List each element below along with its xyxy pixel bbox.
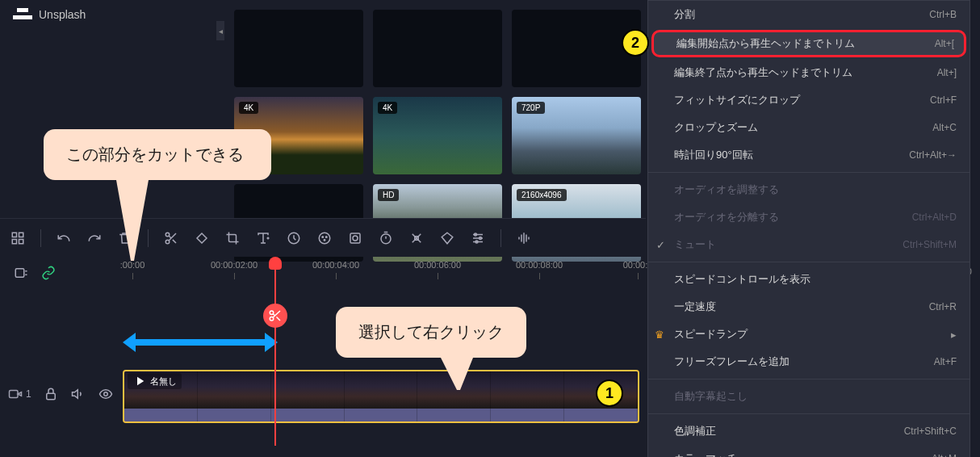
menu-uniform-speed[interactable]: 一定速度 Ctrl+R — [648, 293, 970, 321]
svg-point-12 — [326, 236, 328, 237]
toolbar-separator — [148, 229, 149, 247]
add-track-icon[interactable] — [13, 265, 29, 281]
menu-shortcut: Ctrl+Shift+M — [903, 239, 957, 250]
menu-shortcut: Ctrl+Alt+→ — [909, 149, 957, 161]
menu-shortcut: Ctrl+B — [929, 9, 957, 20]
svg-rect-1 — [19, 233, 23, 237]
svg-point-11 — [322, 236, 324, 237]
redo-icon[interactable] — [86, 230, 103, 246]
visibility-icon[interactable] — [98, 386, 114, 402]
menu-crop-fit[interactable]: フィットサイズにクロップ Ctrl+F — [648, 86, 970, 114]
color-icon[interactable] — [316, 230, 333, 246]
sidebar: Unsplash — [0, 0, 223, 218]
menu-show-speed-control[interactable]: スピードコントロールを表示 — [648, 266, 970, 293]
menu-add-freeze-frame[interactable]: フリーズフレームを追加 Alt+F — [648, 348, 970, 375]
menu-label: オーディオを調整する — [674, 182, 779, 197]
clip-thumbnails — [124, 371, 638, 421]
svg-line-7 — [173, 239, 176, 242]
badge-number: 2 — [631, 35, 639, 52]
svg-point-10 — [319, 233, 330, 244]
menu-rotate-90[interactable]: 時計回り90°回転 Ctrl+Alt+→ — [648, 141, 970, 169]
step-badge-2: 2 — [622, 29, 649, 57]
menu-label: 色調補正 — [674, 424, 716, 438]
svg-point-13 — [324, 239, 325, 241]
menu-separator — [648, 379, 970, 379]
lock-icon[interactable] — [43, 386, 59, 402]
annotation-callout: この部分をカットできる — [44, 129, 271, 180]
adjust-icon[interactable] — [470, 230, 486, 246]
clip-name: 名無し — [150, 375, 177, 388]
menu-shortcut: Alt+[ — [935, 38, 954, 49]
menu-split[interactable]: 分割 Ctrl+B — [648, 1, 970, 28]
menu-crop-zoom[interactable]: クロップとズーム Alt+C — [648, 114, 970, 141]
speed-icon[interactable] — [286, 230, 302, 246]
menu-trim-start-to-playhead[interactable]: 編集開始点から再生ヘッドまでトリム Alt+[ — [651, 30, 966, 57]
menu-mute: ✓ ミュート Ctrl+Shift+M — [648, 231, 970, 258]
menu-speed-ramp[interactable]: ♛ スピードランプ ▸ — [648, 321, 970, 348]
menu-adjust-audio: オーディオを調整する — [648, 176, 970, 203]
svg-point-5 — [165, 240, 170, 244]
menu-shortcut: Ctrl+Shift+C — [904, 426, 957, 437]
resolution-badge: 2160x4096 — [517, 189, 567, 201]
annotation-arrow — [136, 339, 265, 346]
chroma-icon[interactable] — [347, 230, 363, 246]
scissors-icon[interactable] — [163, 230, 179, 246]
tag-icon[interactable] — [194, 230, 210, 246]
callout-text: この部分をカットできる — [66, 145, 244, 163]
check-icon: ✓ — [656, 239, 665, 251]
media-thumb[interactable]: 4K — [373, 97, 502, 174]
mute-icon[interactable] — [70, 386, 86, 402]
svg-rect-2 — [12, 239, 16, 243]
submenu-arrow-icon: ▸ — [951, 329, 957, 341]
resolution-badge: 4K — [378, 102, 397, 114]
toolbar-separator — [40, 229, 41, 247]
media-thumb[interactable] — [373, 10, 502, 87]
svg-rect-14 — [350, 233, 360, 243]
keyframe-icon[interactable] — [408, 230, 425, 246]
media-thumb[interactable]: 720P — [512, 97, 641, 174]
timeline-clip[interactable]: 名無し — [123, 370, 639, 423]
menu-label: 自動字幕起こし — [674, 389, 748, 404]
undo-icon[interactable] — [56, 230, 72, 246]
link-icon[interactable] — [40, 265, 57, 281]
menu-label: 分割 — [674, 7, 695, 22]
menu-color-correction[interactable]: 色調補正 Ctrl+Shift+C — [648, 417, 970, 445]
media-thumb[interactable] — [512, 10, 641, 87]
menu-shortcut: Ctrl+R — [929, 301, 957, 312]
audio-icon[interactable] — [516, 230, 532, 246]
menu-separator — [648, 172, 970, 173]
timer-icon[interactable] — [378, 230, 394, 246]
mask-icon[interactable] — [439, 230, 455, 246]
menu-shortcut: Alt+] — [937, 67, 957, 78]
menu-auto-subtitle: 自動字幕起こし — [648, 383, 970, 410]
ruler-tick: 00:00:08:00 — [507, 260, 572, 270]
playhead-split-button[interactable] — [263, 304, 287, 328]
collapse-handle[interactable]: ◂ — [216, 21, 224, 40]
menu-shortcut: Alt+M — [932, 453, 957, 457]
ruler-tick: 00:00:04:00 — [304, 260, 368, 270]
grid-icon[interactable] — [10, 230, 26, 246]
menu-label: ミュート — [674, 237, 716, 252]
badge-number: 1 — [605, 385, 614, 402]
text-icon[interactable] — [255, 230, 271, 246]
menu-trim-end-to-playhead[interactable]: 編集終了点から再生ヘッドまでトリム Alt+] — [648, 59, 970, 86]
sidebar-item-unsplash[interactable]: Unsplash — [0, 0, 223, 29]
menu-label: スピードランプ — [674, 327, 748, 342]
svg-point-32 — [103, 392, 107, 396]
menu-label: 一定速度 — [674, 300, 716, 314]
menu-label: カラーマッチ — [674, 451, 737, 457]
svg-point-4 — [165, 233, 170, 237]
menu-separator — [648, 262, 970, 262]
menu-color-match[interactable]: カラーマッチ Alt+M — [648, 445, 970, 457]
playhead-handle[interactable] — [269, 257, 282, 270]
ruler-tick: :00:00 — [100, 260, 165, 270]
crop-icon[interactable] — [224, 230, 241, 246]
context-menu: 分割 Ctrl+B 編集開始点から再生ヘッドまでトリム Alt+[ 編集終了点か… — [647, 0, 970, 457]
media-thumb[interactable] — [234, 10, 363, 87]
svg-rect-0 — [12, 233, 16, 237]
track-number: 1 — [26, 388, 31, 400]
resolution-badge: 4K — [239, 102, 258, 114]
menu-shortcut: Alt+C — [932, 122, 957, 133]
playhead[interactable] — [274, 260, 276, 446]
track-video-icon[interactable]: 1 — [8, 387, 31, 401]
